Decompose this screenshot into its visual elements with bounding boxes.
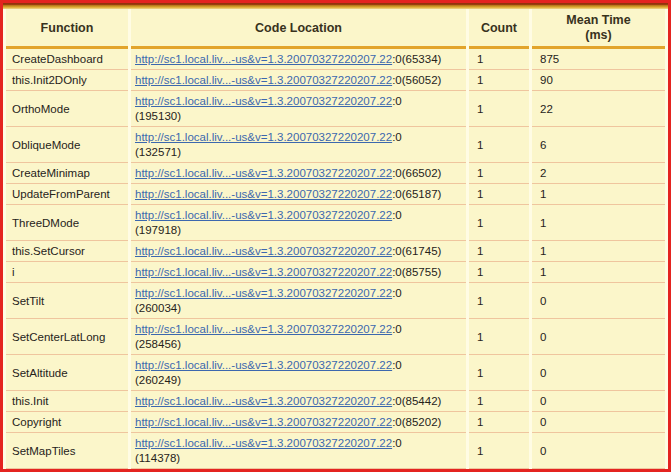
column-header-count: Count	[469, 9, 529, 49]
code-location-offset: :0	[392, 359, 402, 371]
count-cell: 1	[469, 163, 529, 184]
count-value: 1	[477, 266, 483, 278]
mean-time-cell: 2	[532, 163, 665, 184]
count-value: 1	[477, 295, 483, 307]
code-location-link[interactable]: http://sc1.local.liv...-us&v=1.3.2007032…	[135, 359, 392, 371]
mean-time-cell: 1	[532, 205, 665, 241]
code-location-line: http://sc1.local.liv...-us&v=1.3.2007032…	[135, 188, 441, 200]
count-cell: 1	[469, 127, 529, 163]
function-name: OrthoMode	[12, 103, 70, 115]
count-value: 1	[477, 103, 483, 115]
code-location-offset: :0	[392, 323, 402, 335]
mean-time-value: 0	[540, 331, 546, 343]
mean-time-cell: 0	[532, 355, 665, 391]
function-cell: ThreeDMode	[6, 205, 128, 241]
function-cell: SetTilt	[6, 283, 128, 319]
mean-time-value: 1	[540, 245, 546, 257]
code-location-link[interactable]: http://sc1.local.liv...-us&v=1.3.2007032…	[135, 437, 392, 449]
code-location-offset: :0	[392, 437, 402, 449]
code-location-line: http://sc1.local.liv...-us&v=1.3.2007032…	[135, 395, 441, 407]
code-location-offset: :0(56052)	[392, 74, 441, 86]
code-location-link[interactable]: http://sc1.local.liv...-us&v=1.3.2007032…	[135, 167, 392, 179]
code-location-link[interactable]: http://sc1.local.liv...-us&v=1.3.2007032…	[135, 209, 392, 221]
code-location-line: http://sc1.local.liv...-us&v=1.3.2007032…	[135, 209, 402, 221]
table-row: SetCenterLatLong http://sc1.local.liv...…	[6, 319, 665, 355]
code-location-line: http://sc1.local.liv...-us&v=1.3.2007032…	[135, 95, 402, 107]
count-value: 1	[477, 395, 483, 407]
code-location-offset: :0	[392, 131, 402, 143]
code-location-offset: :0(65187)	[392, 188, 441, 200]
code-location-cell: http://sc1.local.liv...-us&v=1.3.2007032…	[131, 205, 466, 241]
code-location-link[interactable]: http://sc1.local.liv...-us&v=1.3.2007032…	[135, 53, 392, 65]
code-location-link[interactable]: http://sc1.local.liv...-us&v=1.3.2007032…	[135, 245, 392, 257]
mean-time-cell: 0	[532, 391, 665, 412]
column-header-count-label: Count	[481, 21, 517, 35]
code-location-cell: http://sc1.local.liv...-us&v=1.3.2007032…	[131, 262, 466, 283]
code-location-cell: http://sc1.local.liv...-us&v=1.3.2007032…	[131, 319, 466, 355]
code-location-offset-line2: (195130)	[135, 109, 462, 124]
table-row: this.Init2DOnly http://sc1.local.liv...-…	[6, 70, 665, 91]
count-value: 1	[477, 53, 483, 65]
count-value: 1	[477, 74, 483, 86]
mean-time-cell: 875	[532, 49, 665, 70]
mean-time-value: 0	[540, 395, 546, 407]
function-name: this.Init	[12, 395, 48, 407]
table-row: ThreeDMode http://sc1.local.liv...-us&v=…	[6, 205, 665, 241]
mean-time-value: 0	[540, 416, 546, 428]
function-name: SetAltitude	[12, 367, 68, 379]
column-header-function: Function	[6, 9, 128, 49]
table-row: this.Init http://sc1.local.liv...-us&v=1…	[6, 391, 665, 412]
mean-time-cell: 0	[532, 433, 665, 469]
code-location-link[interactable]: http://sc1.local.liv...-us&v=1.3.2007032…	[135, 95, 392, 107]
code-location-line: http://sc1.local.liv...-us&v=1.3.2007032…	[135, 287, 402, 299]
mean-time-value: 0	[540, 367, 546, 379]
count-cell: 1	[469, 319, 529, 355]
function-cell: CreateDashboard	[6, 49, 128, 70]
code-location-line: http://sc1.local.liv...-us&v=1.3.2007032…	[135, 323, 402, 335]
code-location-line: http://sc1.local.liv...-us&v=1.3.2007032…	[135, 74, 441, 86]
mean-time-cell: 1	[532, 241, 665, 262]
code-location-link[interactable]: http://sc1.local.liv...-us&v=1.3.2007032…	[135, 416, 392, 428]
count-cell: 1	[469, 262, 529, 283]
mean-time-value: 1	[540, 266, 546, 278]
code-location-link[interactable]: http://sc1.local.liv...-us&v=1.3.2007032…	[135, 395, 392, 407]
function-cell: UpdateFromParent	[6, 184, 128, 205]
code-location-link[interactable]: http://sc1.local.liv...-us&v=1.3.2007032…	[135, 287, 392, 299]
table-row: SetMapTiles http://sc1.local.liv...-us&v…	[6, 433, 665, 469]
function-name: SetMapTiles	[12, 445, 76, 457]
code-location-offset: :0(66502)	[392, 167, 441, 179]
table-header-row: Function Code Location Count Mean Time (…	[6, 9, 665, 49]
table-row: ObliqueMode http://sc1.local.liv...-us&v…	[6, 127, 665, 163]
code-location-link[interactable]: http://sc1.local.liv...-us&v=1.3.2007032…	[135, 131, 392, 143]
count-cell: 1	[469, 433, 529, 469]
mean-time-cell: 6	[532, 127, 665, 163]
column-header-mean-time-line2: (ms)	[534, 28, 663, 43]
code-location-link[interactable]: http://sc1.local.liv...-us&v=1.3.2007032…	[135, 74, 392, 86]
code-location-link[interactable]: http://sc1.local.liv...-us&v=1.3.2007032…	[135, 323, 392, 335]
table-row: this.SetCursor http://sc1.local.liv...-u…	[6, 241, 665, 262]
table-body: CreateDashboard http://sc1.local.liv...-…	[6, 49, 665, 469]
code-location-offset-line2: (258456)	[135, 337, 462, 352]
code-location-offset: :0(85202)	[392, 416, 441, 428]
mean-time-value: 6	[540, 139, 546, 151]
count-value: 1	[477, 217, 483, 229]
code-location-offset-line2: (197918)	[135, 223, 462, 238]
code-location-offset: :0(61745)	[392, 245, 441, 257]
mean-time-cell: 90	[532, 70, 665, 91]
function-cell: SetMapTiles	[6, 433, 128, 469]
count-cell: 1	[469, 205, 529, 241]
code-location-offset: :0(65334)	[392, 53, 441, 65]
function-cell: CreateMinimap	[6, 163, 128, 184]
code-location-link[interactable]: http://sc1.local.liv...-us&v=1.3.2007032…	[135, 266, 392, 278]
count-value: 1	[477, 445, 483, 457]
count-cell: 1	[469, 184, 529, 205]
count-cell: 1	[469, 391, 529, 412]
code-location-offset: :0	[392, 287, 402, 299]
count-cell: 1	[469, 91, 529, 127]
code-location-link[interactable]: http://sc1.local.liv...-us&v=1.3.2007032…	[135, 188, 392, 200]
code-location-cell: http://sc1.local.liv...-us&v=1.3.2007032…	[131, 433, 466, 469]
code-location-offset-line2: (114378)	[135, 451, 462, 466]
function-name: SetTilt	[12, 295, 44, 307]
function-name: this.SetCursor	[12, 245, 85, 257]
function-cell: this.Init	[6, 391, 128, 412]
